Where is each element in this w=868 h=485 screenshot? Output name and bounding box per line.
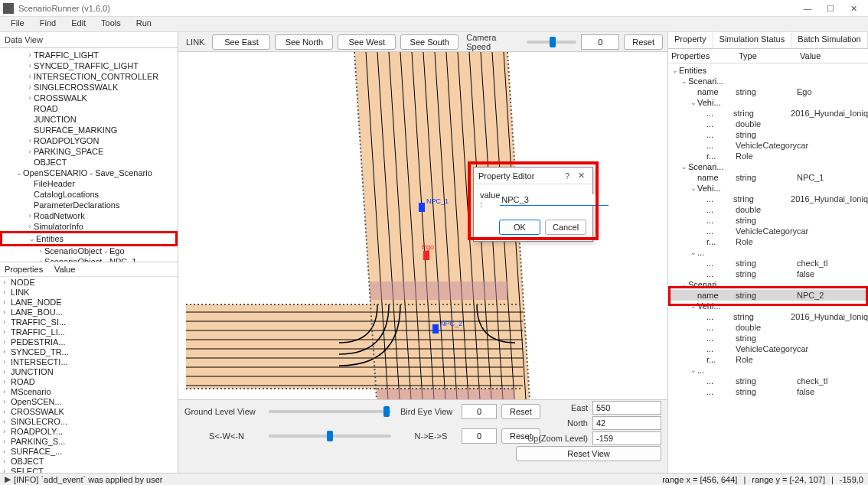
scenario-canvas[interactable]: NPC_1 Ego NPC_2: [178, 52, 667, 399]
see-south-button[interactable]: See South: [400, 34, 458, 50]
leftprops-item[interactable]: ›INTERSECTI...: [0, 356, 178, 366]
tree-item[interactable]: ›SYNCED_TRAFFIC_LIGHT: [0, 60, 178, 71]
property-row[interactable]: ...VehicleCategorycar: [668, 343, 868, 354]
up-value[interactable]: [592, 431, 661, 445]
property-row[interactable]: ⌄...: [668, 247, 868, 258]
tab-property[interactable]: Property: [668, 32, 713, 48]
property-row[interactable]: ⌄Entities: [668, 65, 868, 76]
menu-find[interactable]: Find: [32, 17, 64, 31]
tree-item[interactable]: ›INTERSECTION_CONTROLLER: [0, 71, 178, 82]
property-row[interactable]: ...string: [668, 129, 868, 140]
tree-item[interactable]: ›CROSSWALK: [0, 93, 178, 103]
vehicle-npc1[interactable]: [419, 203, 425, 212]
menu-tools[interactable]: Tools: [93, 17, 129, 31]
camera-speed-slider[interactable]: [527, 41, 576, 44]
leftprops-item[interactable]: ›MScenario: [0, 386, 178, 396]
leftprops-item[interactable]: ›LANE_BOU...: [0, 307, 178, 317]
property-row[interactable]: ...VehicleCategorycar: [668, 226, 868, 236]
property-row[interactable]: ⌄Vehi...: [668, 301, 868, 311]
tree-item[interactable]: ›ROADPOLYGON: [0, 135, 178, 146]
dialog-help-icon[interactable]: ?: [560, 171, 574, 181]
leftprops-item[interactable]: ›SURFACE_...: [0, 446, 178, 456]
tree-item[interactable]: ›ScenarioObject - Ego: [0, 246, 178, 256]
dataview-tree[interactable]: ›TRAFFIC_LIGHT›SYNCED_TRAFFIC_LIGHT›INTE…: [0, 48, 178, 262]
leftprops-item[interactable]: ›TRAFFIC_SI...: [0, 317, 178, 327]
property-row[interactable]: r...Role: [668, 151, 868, 161]
minimize-button[interactable]: —: [796, 0, 819, 17]
dialog-value-input[interactable]: [500, 194, 609, 206]
tree-item[interactable]: ›RoadNetwork: [0, 210, 178, 221]
north-value[interactable]: [592, 416, 661, 430]
see-west-button[interactable]: See West: [338, 34, 396, 50]
tree-item[interactable]: ParameterDeclarations: [0, 200, 178, 210]
property-row[interactable]: namestringNPC_1: [668, 172, 868, 183]
property-row[interactable]: ⌄Vehi...: [668, 97, 868, 108]
menu-file[interactable]: File: [3, 17, 32, 31]
maximize-button[interactable]: ☐: [819, 0, 842, 17]
tree-item[interactable]: ›TRAFFIC_LIGHT: [0, 50, 178, 60]
tab-batch-simulation[interactable]: Batch Simulation: [791, 32, 868, 48]
dialog-ok-button[interactable]: OK: [499, 220, 540, 235]
tree-item[interactable]: FileHeader: [0, 178, 178, 189]
leftprops-item[interactable]: ›OpenSCEN...: [0, 396, 178, 406]
compass-slider[interactable]: [269, 435, 391, 438]
leftprops-item[interactable]: ›JUNCTION: [0, 366, 178, 376]
see-east-button[interactable]: See East: [212, 34, 270, 50]
property-row[interactable]: ...VehicleCategorycar: [668, 140, 868, 151]
tree-item[interactable]: ⌄Entities: [2, 233, 175, 244]
see-north-button[interactable]: See North: [275, 34, 333, 50]
vehicle-npc2[interactable]: [432, 324, 439, 334]
east-value[interactable]: [592, 401, 661, 415]
property-row[interactable]: ⌄Scenari...: [668, 279, 868, 290]
tree-item[interactable]: JUNCTION: [0, 114, 178, 125]
tree-item[interactable]: ›ScenarioObject - NPC_1: [0, 256, 178, 262]
property-row[interactable]: r...Role: [668, 354, 868, 365]
tree-item[interactable]: ›SimulatorInfo: [0, 221, 178, 232]
tree-item[interactable]: OBJECT: [0, 157, 178, 168]
tree-item[interactable]: ROAD: [0, 103, 178, 114]
property-row[interactable]: namestringEgo: [668, 86, 868, 97]
menu-run[interactable]: Run: [129, 17, 159, 31]
leftprops-item[interactable]: ›ROADPOLY...: [0, 426, 178, 436]
leftprops-item[interactable]: ›PARKING_S...: [0, 436, 178, 446]
property-row[interactable]: ...stringfalse: [668, 269, 868, 279]
leftprops-item[interactable]: ›NODE: [0, 277, 178, 287]
leftprops-item[interactable]: ›SELECT: [0, 466, 178, 473]
property-row[interactable]: ...stringfalse: [668, 386, 868, 397]
leftprops-item[interactable]: ›LANE_NODE: [0, 297, 178, 307]
property-row[interactable]: ...stringcheck_tl: [668, 258, 868, 269]
ground-level-slider[interactable]: [269, 410, 391, 413]
tree-item[interactable]: ›PARKING_SPACE: [0, 146, 178, 157]
property-row[interactable]: ...double: [668, 204, 868, 215]
property-row[interactable]: ...string2016_Hyundai_Ioniq: [668, 194, 868, 204]
property-row[interactable]: ⌄...: [668, 365, 868, 376]
camera-reset-button[interactable]: Reset: [624, 34, 663, 50]
reset-view-button[interactable]: Reset View: [516, 446, 661, 461]
property-row[interactable]: ...stringcheck_tl: [668, 376, 868, 386]
close-button[interactable]: ✕: [842, 0, 865, 17]
leftprops-item[interactable]: ›PEDESTRIA...: [0, 337, 178, 347]
property-row[interactable]: namestringNPC_2: [668, 290, 868, 301]
leftprops-item[interactable]: ›ROAD: [0, 376, 178, 386]
leftprops-list[interactable]: ›NODE›LINK›LANE_NODE›LANE_BOU...›TRAFFIC…: [0, 277, 178, 473]
leftprops-item[interactable]: ›SYNCED_TR...: [0, 347, 178, 356]
dialog-cancel-button[interactable]: Cancel: [545, 220, 586, 235]
property-row[interactable]: ...string: [668, 333, 868, 343]
property-row[interactable]: ...string2016_Hyundai_Ioniq: [668, 108, 868, 119]
property-row[interactable]: ⌄Vehi...: [668, 183, 868, 194]
property-row[interactable]: ⌄Scenari...: [668, 161, 868, 172]
tree-item[interactable]: CatalogLocations: [0, 189, 178, 200]
menu-edit[interactable]: Edit: [64, 17, 93, 31]
property-row[interactable]: ⌄Scenari...: [668, 76, 868, 86]
property-row[interactable]: ...string2016_Hyundai_Ioniq: [668, 311, 868, 322]
tree-item[interactable]: ›SINGLECROSSWALK: [0, 82, 178, 93]
property-row[interactable]: ...string: [668, 215, 868, 226]
camera-speed-value[interactable]: [581, 34, 619, 50]
leftprops-item[interactable]: ›SINGLECRO...: [0, 416, 178, 426]
dialog-close-icon[interactable]: ✕: [574, 171, 588, 181]
vehicle-ego[interactable]: [423, 251, 429, 260]
property-row[interactable]: ...double: [668, 119, 868, 129]
property-row[interactable]: r...Role: [668, 236, 868, 247]
tree-item[interactable]: SURFACE_MARKING: [0, 125, 178, 135]
leftprops-item[interactable]: ›CROSSWALK: [0, 406, 178, 416]
